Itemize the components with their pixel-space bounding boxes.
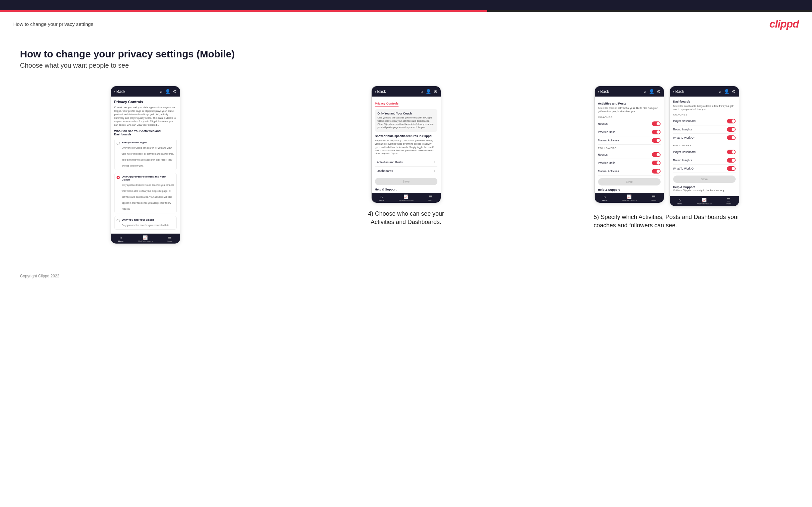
nav-menu-label: Menu — [167, 240, 172, 242]
radio-approved[interactable] — [116, 176, 120, 179]
footer: Copyright Clippd 2022 — [0, 264, 812, 288]
copyright: Copyright Clippd 2022 — [20, 274, 59, 278]
back-button-3[interactable]: ‹ Back — [598, 89, 609, 94]
search-icon-3[interactable]: ⌕ — [644, 89, 646, 94]
d-followers-player-row: Player Dashboard — [673, 148, 735, 156]
phone-bottom-nav-3: ⌂ Home 📈 My Performance ☰ Menu — [595, 193, 664, 203]
coaches-manual-toggle[interactable] — [652, 138, 661, 143]
d-followers-workOn-toggle[interactable] — [727, 166, 735, 171]
nav-performance-4[interactable]: 📈 My Performance — [697, 198, 712, 205]
search-icon-4[interactable]: ⌕ — [719, 89, 721, 94]
show-hide-title: Show or hide specific features in Clippd — [375, 134, 438, 138]
coaches-drills-toggle[interactable] — [652, 130, 661, 134]
followers-manual-row: Manual Activities — [598, 167, 661, 175]
privacy-description: Control how you and your data appears to… — [114, 106, 177, 127]
back-chevron-icon-2: ‹ — [375, 89, 376, 94]
coaches-manual-row: Manual Activities — [598, 136, 661, 145]
d-followers-insights-toggle[interactable] — [727, 158, 735, 163]
followers-rounds-toggle[interactable] — [652, 152, 661, 157]
nav-home-4[interactable]: ⌂ Home — [677, 198, 682, 205]
phone-bottom-nav-2: ⌂ Home 📈 My Performance ☰ Menu — [372, 193, 441, 203]
settings-icon-2[interactable]: ⊙ — [434, 89, 438, 94]
activities-link-label: Activities and Posts — [377, 161, 403, 164]
option-everyone-desc: Everyone on Clippd can search for you an… — [122, 147, 174, 167]
settings-icon-4[interactable]: ⊙ — [732, 89, 735, 94]
screenshot-group-2: ‹ Back ⌕ 👤 ⊙ Privacy Controls Only You a… — [281, 86, 531, 226]
phone-mockup-1: ‹ Back ⌕ 👤 ⊙ Privacy Controls Control ho… — [111, 86, 180, 244]
profile-icon-3[interactable]: 👤 — [649, 89, 654, 94]
followers-drills-toggle[interactable] — [652, 161, 661, 165]
phone-mockup-3: ‹ Back ⌕ 👤 ⊙ Activities and Posts Select… — [595, 86, 664, 203]
d-followers-workOn-label: What To Work On — [673, 167, 696, 170]
phone-nav-icons-4: ⌕ 👤 ⊙ — [719, 89, 735, 94]
dashboards-desc: Select the dashboards that you'd like to… — [673, 105, 735, 111]
phone-nav-bar-4: ‹ Back ⌕ 👤 ⊙ — [670, 86, 739, 97]
profile-icon-2[interactable]: 👤 — [426, 89, 431, 94]
phone-nav-icons-3: ⌕ 👤 ⊙ — [644, 89, 661, 94]
phone-mockup-2: ‹ Back ⌕ 👤 ⊙ Privacy Controls Only You a… — [371, 86, 441, 203]
back-button-1[interactable]: ‹ Back — [114, 89, 125, 94]
nav-performance-3[interactable]: 📈 My Performance — [622, 195, 637, 202]
nav-performance-1[interactable]: 📈 My Performance — [138, 236, 153, 242]
option-everyone[interactable]: Everyone on Clippd Everyone on Clippd ca… — [114, 139, 177, 170]
profile-icon[interactable]: 👤 — [165, 89, 170, 94]
save-button-2[interactable]: Save — [375, 178, 438, 185]
breadcrumb: How to change your privacy settings — [13, 21, 93, 27]
radio-everyone[interactable] — [116, 142, 120, 145]
d-coaches-insights-toggle[interactable] — [727, 127, 735, 132]
menu-icon-3: ☰ — [652, 195, 656, 199]
phone-content-3: Activities and Posts Select the types of… — [595, 97, 664, 193]
privacy-controls-tab[interactable]: Privacy Controls — [375, 102, 399, 107]
phone-mockup-4: ‹ Back ⌕ 👤 ⊙ Dashboards Select the dashb… — [669, 86, 739, 206]
phone-bottom-nav-4: ⌂ Home 📈 My Performance ☰ Menu — [670, 196, 739, 206]
save-button-3[interactable]: Save — [598, 178, 661, 185]
search-icon[interactable]: ⌕ — [160, 89, 162, 94]
nav-home-1[interactable]: ⌂ Home — [118, 236, 123, 242]
nav-home-3[interactable]: ⌂ Home — [602, 195, 607, 202]
logo: clippd — [769, 18, 799, 30]
phone-nav-bar-1: ‹ Back ⌕ 👤 ⊙ — [111, 86, 180, 97]
page-title: How to change your privacy settings (Mob… — [20, 48, 792, 60]
performance-icon-4: 📈 — [702, 198, 707, 202]
coaches-group-label: COACHES — [598, 116, 661, 119]
back-button-2[interactable]: ‹ Back — [375, 89, 386, 94]
option-approved-desc: Only approved followers and coaches you … — [122, 184, 174, 210]
search-icon-2[interactable]: ⌕ — [420, 89, 423, 94]
d-coaches-workOn-label: What To Work On — [673, 136, 696, 139]
followers-rounds-label: Rounds — [598, 153, 608, 156]
coaches-rounds-toggle[interactable] — [652, 121, 661, 126]
coach-option-box: Only You and Your Coach Only you and the… — [375, 109, 438, 132]
nav-performance-2[interactable]: 📈 My Performance — [399, 195, 413, 202]
nav-menu-3[interactable]: ☰ Menu — [651, 195, 656, 202]
dashboards-link[interactable]: Dashboards › — [375, 167, 438, 175]
followers-manual-toggle[interactable] — [652, 169, 661, 174]
back-button-4[interactable]: ‹ Back — [673, 89, 684, 94]
settings-icon[interactable]: ⊙ — [173, 89, 177, 94]
page-subtitle: Choose what you want people to see — [20, 62, 792, 69]
nav-home-2[interactable]: ⌂ Home — [379, 195, 384, 202]
nav-menu-2[interactable]: ☰ Menu — [428, 195, 433, 202]
activities-link[interactable]: Activities and Posts › — [375, 158, 438, 167]
screenshot-group-34: ‹ Back ⌕ 👤 ⊙ Activities and Posts Select… — [541, 86, 792, 230]
phone-nav-bar-3: ‹ Back ⌕ 👤 ⊙ — [595, 86, 664, 97]
radio-only-you[interactable] — [116, 219, 120, 222]
d-followers-group-label: FOLLOWERS — [673, 144, 735, 147]
phone-content-1: Privacy Controls Control how you and you… — [111, 97, 180, 234]
nav-menu-1[interactable]: ☰ Menu — [167, 236, 172, 242]
two-screens-wrapper: ‹ Back ⌕ 👤 ⊙ Activities and Posts Select… — [595, 86, 739, 206]
d-coaches-workOn-toggle[interactable] — [727, 135, 735, 140]
option-approved[interactable]: Only Approved Followers and Your Coach O… — [114, 173, 177, 213]
option-everyone-label: Everyone on Clippd — [122, 141, 174, 144]
d-followers-player-toggle[interactable] — [727, 150, 735, 154]
nav-menu-4[interactable]: ☰ Menu — [726, 198, 731, 205]
option-only-you-desc: Only you and the coaches you connect wit… — [122, 224, 169, 226]
home-icon-2: ⌂ — [380, 195, 383, 199]
d-coaches-player-toggle[interactable] — [727, 119, 735, 123]
option-only-you-label: Only You and Your Coach — [122, 218, 174, 221]
who-can-see-label: Who Can See Your Activities and Dashboar… — [114, 129, 177, 136]
profile-icon-4[interactable]: 👤 — [724, 89, 729, 94]
option-only-you[interactable]: Only You and Your Coach Only you and the… — [114, 216, 177, 230]
save-button-4[interactable]: Save — [673, 175, 735, 183]
settings-icon-3[interactable]: ⊙ — [657, 89, 661, 94]
nav-menu-label-3: Menu — [651, 200, 656, 202]
